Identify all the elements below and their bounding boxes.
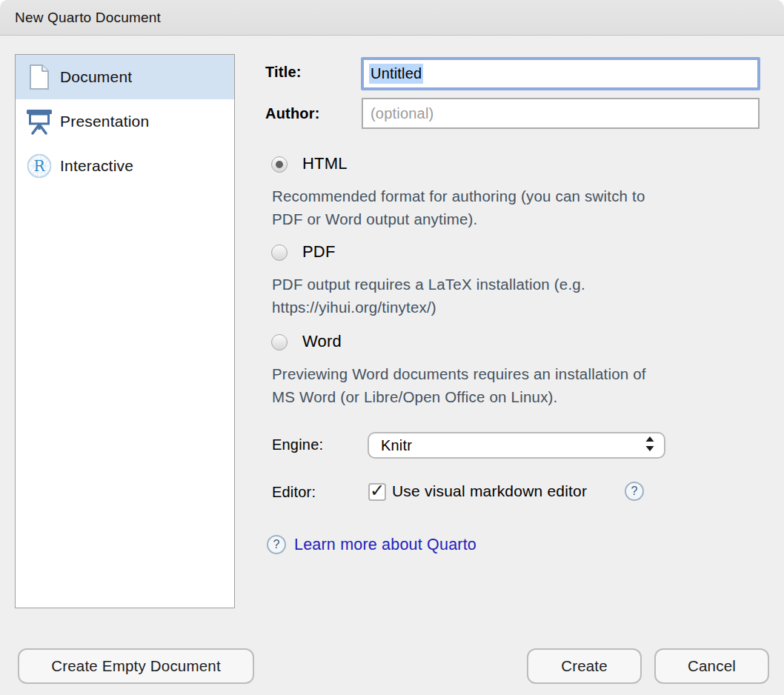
engine-select[interactable]: Knitr bbox=[368, 432, 665, 459]
new-quarto-document-dialog: New Quarto Document Document bbox=[0, 0, 784, 695]
sidebar-item-presentation[interactable]: Presentation bbox=[16, 99, 234, 144]
radio-word-label[interactable]: Word bbox=[302, 332, 342, 351]
pdf-format-description: PDF output requires a LaTeX installation… bbox=[272, 273, 765, 319]
author-input-placeholder: (optional) bbox=[371, 105, 433, 122]
visual-editor-checkbox[interactable]: ✓ bbox=[368, 483, 386, 501]
radio-pdf-label[interactable]: PDF bbox=[302, 242, 336, 262]
engine-field-label: Engine: bbox=[272, 436, 323, 453]
cancel-button[interactable]: Cancel bbox=[654, 648, 769, 684]
dropdown-arrows-icon bbox=[645, 436, 655, 455]
radio-html[interactable] bbox=[271, 156, 288, 173]
sidebar-item-label: Interactive bbox=[60, 157, 133, 175]
dialog-title: New Quarto Document bbox=[15, 10, 161, 26]
sidebar-item-label: Document bbox=[60, 68, 132, 86]
visual-editor-checkbox-label[interactable]: Use visual markdown editor bbox=[392, 482, 587, 500]
learn-more-link[interactable]: Learn more about Quarto bbox=[294, 536, 476, 554]
create-empty-document-button[interactable]: Create Empty Document bbox=[18, 648, 254, 684]
title-input-value: Untitled bbox=[369, 64, 423, 84]
title-field-label: Title: bbox=[265, 64, 302, 81]
document-type-list: Document Presentation R bbox=[15, 54, 235, 608]
quarto-help-icon[interactable]: ? bbox=[267, 535, 286, 554]
sidebar-item-label: Presentation bbox=[60, 113, 149, 130]
radio-pdf[interactable] bbox=[271, 245, 288, 261]
author-field-label: Author: bbox=[265, 105, 320, 122]
document-icon bbox=[25, 62, 53, 92]
author-input[interactable]: (optional) bbox=[362, 98, 760, 129]
title-input[interactable]: Untitled bbox=[361, 57, 760, 90]
dialog-titlebar: New Quarto Document bbox=[0, 0, 784, 36]
word-format-description: Previewing Word documents requires an in… bbox=[272, 362, 765, 408]
visual-editor-help-icon[interactable]: ? bbox=[625, 482, 644, 501]
engine-select-value: Knitr bbox=[381, 437, 645, 454]
presentation-icon bbox=[25, 107, 53, 136]
create-button[interactable]: Create bbox=[527, 648, 642, 684]
shiny-globe-icon: R bbox=[25, 151, 53, 181]
sidebar-item-document[interactable]: Document bbox=[16, 55, 234, 99]
editor-field-label: Editor: bbox=[272, 484, 316, 501]
svg-text:R: R bbox=[33, 157, 45, 175]
sidebar-item-interactive[interactable]: R Interactive bbox=[16, 144, 234, 188]
html-format-description: Recommended format for authoring (you ca… bbox=[272, 184, 765, 230]
radio-word[interactable] bbox=[271, 334, 288, 350]
checkmark-icon: ✓ bbox=[370, 482, 385, 499]
radio-html-label[interactable]: HTML bbox=[302, 154, 348, 173]
